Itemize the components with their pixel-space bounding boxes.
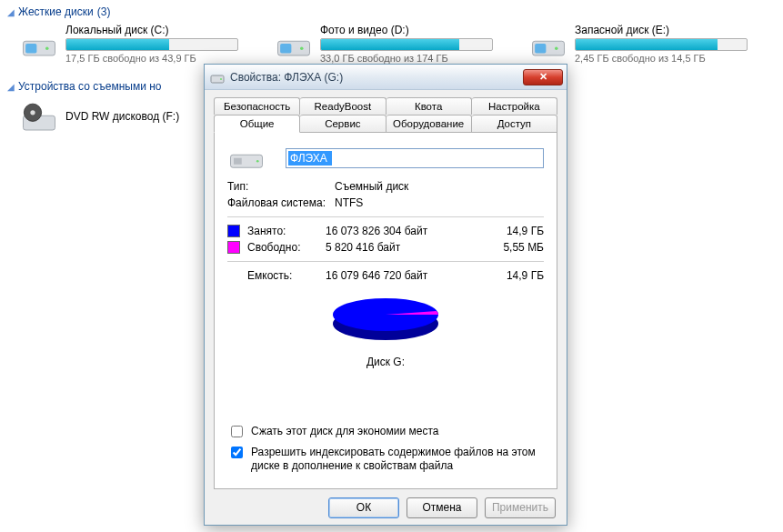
svg-rect-15 (234, 158, 242, 165)
tab-readyboost[interactable]: ReadyBoost (300, 97, 386, 115)
disk-usage-bar (65, 38, 238, 51)
tab-customize[interactable]: Настройка (472, 97, 557, 115)
properties-dialog: Свойства: ФЛЭХА (G:) ✕ Безопасность Read… (204, 64, 567, 526)
type-label: Тип: (227, 180, 335, 193)
section-count: (3) (97, 5, 111, 18)
free-label: Свободно: (247, 241, 326, 254)
capacity-label: Емкость: (247, 269, 326, 282)
index-label: Разрешить индексировать содержимое файло… (251, 446, 544, 474)
disk-name: Локальный диск (C:) (65, 24, 247, 36)
used-label: Занято: (247, 225, 326, 237)
tab-panel-general: Тип: Съемный диск Файловая система: NTFS… (214, 133, 557, 489)
index-checkbox-row[interactable]: Разрешить индексировать содержимое файло… (227, 446, 544, 474)
compress-checkbox-row[interactable]: Сжать этот диск для экономии места (227, 425, 544, 440)
disk-free-text: 17,5 ГБ свободно из 43,9 ГБ (65, 53, 247, 64)
dvd-icon (20, 98, 58, 136)
filesystem-label: Файловая система: (227, 196, 335, 209)
section-hard-drives[interactable]: ◢ Жесткие диски (3) (7, 5, 776, 18)
disk-name: DVD RW дисковод (F:) (65, 110, 179, 123)
compress-checkbox[interactable] (231, 426, 243, 437)
pie-caption: Диск G: (227, 356, 544, 368)
dialog-title: Свойства: ФЛЭХА (G:) (230, 71, 517, 84)
svg-rect-4 (280, 44, 291, 54)
disk-name: Запасной диск (E:) (575, 24, 757, 36)
svg-point-5 (300, 46, 304, 50)
apply-button[interactable]: Применить (485, 497, 556, 518)
disk-item-c[interactable]: Локальный диск (C:) 17,5 ГБ свободно из … (20, 24, 247, 64)
free-bytes: 5 820 416 байт (326, 241, 489, 254)
capacity-bytes: 16 079 646 720 байт (326, 269, 489, 282)
tab-hardware[interactable]: Оборудование (386, 115, 472, 133)
index-checkbox[interactable] (231, 447, 243, 458)
svg-rect-1 (25, 44, 36, 54)
cancel-button[interactable]: Отмена (407, 497, 477, 518)
ok-button[interactable]: ОК (328, 497, 399, 518)
tab-tools[interactable]: Сервис (300, 115, 386, 133)
disk-usage-bar (575, 38, 748, 51)
disk-item-d[interactable]: Фото и видео (D:) 33,0 ГБ свободно из 17… (275, 24, 502, 64)
close-button[interactable]: ✕ (523, 69, 563, 85)
tab-sharing[interactable]: Доступ (472, 115, 557, 133)
used-human: 14,9 ГБ (489, 225, 544, 237)
free-swatch-icon (227, 241, 240, 254)
section-title: Жесткие диски (18, 5, 94, 18)
disk-item-e[interactable]: Запасной диск (E:) 2,45 ГБ свободно из 1… (529, 24, 757, 64)
volume-name-input[interactable] (286, 148, 544, 168)
svg-point-16 (256, 160, 259, 163)
svg-point-8 (555, 46, 558, 50)
svg-point-11 (30, 110, 35, 115)
removable-drive-icon (227, 144, 266, 173)
disk-usage-bar (320, 38, 493, 51)
usage-pie-chart (322, 287, 449, 347)
used-bytes: 16 073 826 304 байт (326, 225, 489, 237)
used-swatch-icon (227, 225, 240, 237)
free-human: 5,55 МБ (489, 241, 544, 254)
tab-general[interactable]: Общие (214, 115, 300, 133)
expand-icon: ◢ (7, 7, 15, 17)
svg-point-2 (45, 46, 49, 50)
type-value: Съемный диск (335, 180, 408, 193)
expand-icon: ◢ (7, 82, 15, 92)
compress-label: Сжать этот диск для экономии места (251, 425, 438, 439)
filesystem-value: NTFS (335, 196, 363, 209)
tab-quota[interactable]: Квота (386, 97, 472, 115)
drive-icon (210, 70, 225, 85)
svg-point-13 (220, 78, 222, 80)
capacity-human: 14,9 ГБ (489, 269, 544, 282)
disk-free-text: 33,0 ГБ свободно из 174 ГБ (320, 53, 502, 64)
tab-security[interactable]: Безопасность (214, 97, 300, 115)
titlebar[interactable]: Свойства: ФЛЭХА (G:) ✕ (205, 65, 567, 90)
section-title: Устройства со съемными но (18, 80, 162, 93)
hdd-icon (20, 24, 58, 62)
disk-free-text: 2,45 ГБ свободно из 14,5 ГБ (575, 53, 757, 64)
hdd-icon (529, 24, 567, 62)
svg-rect-7 (535, 44, 546, 54)
disk-name: Фото и видео (D:) (320, 24, 502, 36)
hdd-icon (275, 24, 313, 62)
